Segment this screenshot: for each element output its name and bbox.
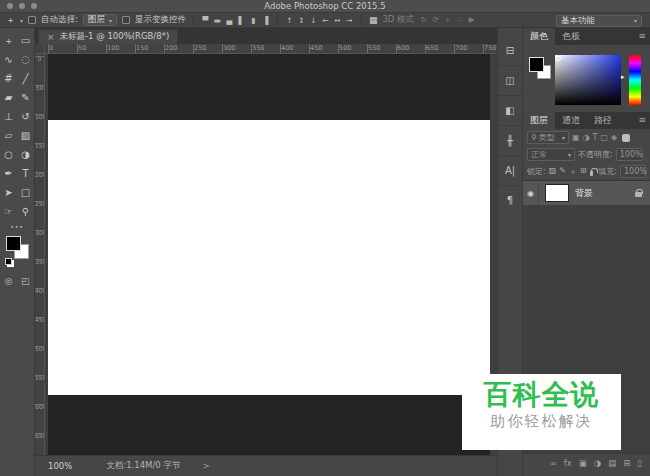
ruler-label: 100: [105, 44, 134, 52]
ruler-label: 250: [35, 200, 44, 229]
align-top-icon[interactable]: ▀: [201, 16, 210, 25]
styles-panel-icon[interactable]: ╫: [498, 126, 522, 156]
tab-swatches[interactable]: 色板: [555, 28, 587, 45]
layer-thumbnail[interactable]: [545, 184, 569, 202]
align-left-icon[interactable]: ▌: [237, 16, 246, 25]
ruler-origin-corner[interactable]: [35, 44, 45, 54]
lock-all-icon[interactable]: [590, 171, 594, 176]
delete-layer-icon[interactable]: ▯: [637, 458, 642, 468]
screen-mode-icon[interactable]: ◰: [21, 276, 30, 286]
document-canvas[interactable]: [48, 120, 490, 395]
panel-menu-icon[interactable]: ≡: [638, 115, 646, 125]
lock-transparency-icon[interactable]: ▨: [549, 166, 557, 177]
ruler-label: 500: [35, 345, 44, 374]
document-viewport[interactable]: [45, 54, 497, 455]
libraries-panel-icon[interactable]: ◫: [498, 66, 522, 96]
layer-filter-dropdown[interactable]: ⚲ 类型 ▾: [527, 131, 569, 144]
distribute-left-icon[interactable]: ←: [321, 16, 330, 25]
shape-tool[interactable]: □: [17, 183, 34, 202]
tab-color[interactable]: 颜色: [523, 28, 555, 45]
tab-paths[interactable]: 路径: [587, 112, 619, 129]
hue-slider[interactable]: [629, 55, 641, 105]
filter-pixel-icon[interactable]: ▣: [572, 133, 580, 142]
distribute-bottom-icon[interactable]: ↓: [309, 16, 318, 25]
arrange-icon[interactable]: ▦: [369, 15, 378, 25]
fill-field[interactable]: 100%: [620, 165, 646, 178]
filter-smart-icon[interactable]: ◈: [611, 133, 617, 142]
filter-toggle[interactable]: [622, 134, 630, 142]
quick-selection-tool[interactable]: ◌: [17, 50, 34, 69]
distribute-hcenter-icon[interactable]: ↔: [333, 16, 342, 25]
distribute-right-icon[interactable]: →: [345, 16, 354, 25]
blur-tool[interactable]: ○: [0, 145, 17, 164]
color-picker-marker[interactable]: [556, 56, 561, 61]
filter-adjustment-icon[interactable]: ◑: [583, 133, 590, 142]
lock-position-icon[interactable]: ＋: [569, 166, 577, 177]
pen-tool[interactable]: ✒: [0, 164, 17, 183]
adjustment-layer-icon[interactable]: ◑: [594, 458, 601, 468]
lock-artboard-icon[interactable]: ⊞: [580, 166, 587, 177]
show-transform-checkbox[interactable]: [122, 16, 130, 24]
auto-select-dropdown[interactable]: 图层 ▾: [83, 14, 117, 26]
brush-tool[interactable]: ✎: [17, 88, 34, 107]
marquee-tool[interactable]: ▭: [17, 31, 34, 50]
layer-group-icon[interactable]: ▤: [608, 458, 616, 468]
link-layers-icon[interactable]: ∞: [550, 458, 557, 468]
tab-layers[interactable]: 图层: [523, 112, 555, 129]
ruler-label: 650: [424, 44, 453, 52]
dodge-tool[interactable]: ◑: [17, 145, 34, 164]
paragraph-panel-icon[interactable]: ¶: [498, 186, 522, 215]
new-layer-icon[interactable]: ⊞: [623, 458, 630, 468]
layer-row-background[interactable]: ◉ 背景: [523, 181, 650, 205]
document-tab[interactable]: × 未标题-1 @ 100%(RGB/8*): [38, 29, 178, 44]
ruler-label: 500: [337, 44, 366, 52]
healing-brush-tool[interactable]: ▰: [0, 88, 17, 107]
adjustments-panel-icon[interactable]: ◧: [498, 96, 522, 126]
panel-menu-icon[interactable]: ≡: [638, 31, 646, 41]
history-brush-tool[interactable]: ↺: [17, 107, 34, 126]
crop-tool[interactable]: #: [0, 69, 17, 88]
zoom-level[interactable]: 100%: [48, 461, 72, 471]
type-tool[interactable]: T: [17, 164, 34, 183]
pasteboard-top: [48, 54, 490, 120]
align-hcenter-icon[interactable]: ▮: [249, 16, 258, 25]
clone-stamp-tool[interactable]: ⊥: [0, 107, 17, 126]
blend-mode-dropdown[interactable]: 正常 ▾: [527, 148, 575, 161]
align-vcenter-icon[interactable]: ▬: [213, 16, 222, 25]
foreground-color-swatch[interactable]: [529, 57, 544, 72]
opacity-field[interactable]: 100%: [616, 148, 643, 161]
close-tab-icon[interactable]: ×: [47, 32, 55, 42]
lasso-tool[interactable]: ∿: [0, 50, 17, 69]
gradient-tool[interactable]: ▧: [17, 126, 34, 145]
layer-effects-icon[interactable]: fx: [564, 458, 572, 468]
distribute-top-icon[interactable]: ↑: [285, 16, 294, 25]
tool-preset-caret-icon[interactable]: ▾: [20, 17, 23, 24]
layer-mask-icon[interactable]: ▣: [579, 458, 587, 468]
3d-rotate-icon: ↻: [419, 15, 428, 25]
align-bottom-icon[interactable]: ▄: [225, 16, 234, 25]
quick-mask-icon[interactable]: ◎: [4, 276, 12, 286]
zoom-tool[interactable]: ⚲: [17, 202, 34, 221]
distribute-vcenter-icon[interactable]: ↕: [297, 16, 306, 25]
status-menu-arrow-icon[interactable]: >: [202, 461, 209, 471]
edit-toolbar-icon[interactable]: •••: [0, 223, 34, 230]
filter-type-icon[interactable]: T: [593, 133, 598, 142]
character-panel-icon[interactable]: A|: [498, 156, 522, 186]
hand-tool[interactable]: ☞: [0, 202, 17, 221]
eyedropper-tool[interactable]: ╱: [17, 69, 34, 88]
lock-pixels-icon[interactable]: ✎: [559, 166, 566, 177]
foreground-color-swatch[interactable]: [6, 236, 21, 251]
eraser-tool[interactable]: ▱: [0, 126, 17, 145]
default-colors-icon[interactable]: [5, 258, 12, 265]
layer-visibility-icon[interactable]: ◉: [523, 181, 539, 205]
align-right-icon[interactable]: ▐: [261, 16, 270, 25]
move-tool-icon[interactable]: ＋: [6, 14, 15, 27]
filter-shape-icon[interactable]: ▢: [600, 133, 608, 142]
auto-select-checkbox[interactable]: [28, 16, 36, 24]
tab-channels[interactable]: 通道: [555, 112, 587, 129]
move-tool[interactable]: ＋: [0, 31, 17, 50]
workspace-dropdown[interactable]: 基本功能 ▾: [556, 15, 642, 27]
properties-panel-icon[interactable]: ⊟: [498, 36, 522, 66]
saturation-brightness-field[interactable]: [555, 55, 621, 105]
path-selection-tool[interactable]: ➤: [0, 183, 17, 202]
